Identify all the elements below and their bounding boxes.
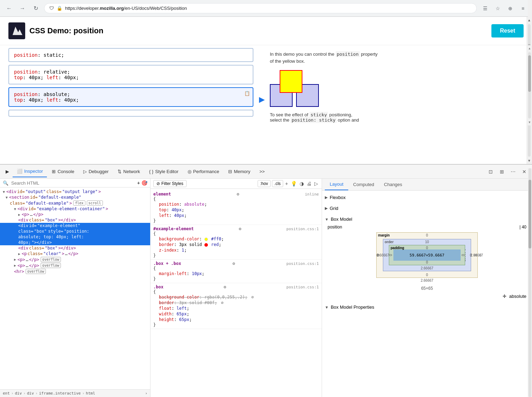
tab-performance[interactable]: ◎ Performance: [183, 166, 223, 177]
forward-button[interactable]: →: [18, 4, 27, 13]
tree-item-hr[interactable]: <hr> overflow: [0, 268, 150, 274]
html-search-input[interactable]: [11, 180, 134, 186]
tree-item-box1[interactable]: <div class="box"></div>: [0, 217, 150, 223]
tab-debugger[interactable]: ▷ Debugger: [79, 166, 113, 177]
devtools-right-actions: ⊡ ⊞ ⋯ ✕: [486, 167, 529, 177]
box-model-section-header[interactable]: ▼ Box Model: [325, 215, 529, 223]
tree-item-example-element-class[interactable]: class="box" style="position:: [0, 228, 150, 234]
tree-item-section[interactable]: ▼ <section id="default-example": [0, 194, 150, 200]
layout-content: ▶ Flexbox ▶ Grid ▼: [322, 191, 532, 397]
light-bulb-button[interactable]: 💡: [290, 180, 298, 187]
add-rule-button[interactable]: +: [285, 180, 289, 187]
flexbox-section-header[interactable]: ▶ Flexbox: [325, 193, 529, 201]
scroll-down-chevron[interactable]: ▼: [527, 157, 531, 164]
pocket-button[interactable]: ⊕: [505, 4, 515, 13]
content-size: 59.6667×59.6667: [410, 253, 444, 258]
pick-element-button[interactable]: 🎯: [141, 180, 147, 186]
tab-memory[interactable]: ⊟ Memory: [224, 166, 254, 177]
tree-item-p-clear[interactable]: ▶ <p class="clear"> … </p>: [0, 251, 150, 256]
scroll-up-chevron[interactable]: ▲: [527, 17, 531, 23]
hover-state-button[interactable]: :hov: [258, 180, 271, 187]
bc-item-div2[interactable]: div: [27, 391, 34, 396]
gear-icon[interactable]: ⚙: [232, 261, 235, 266]
dock-button[interactable]: ⊡: [486, 167, 496, 177]
bc-item-html[interactable]: html: [86, 391, 95, 396]
gear-icon[interactable]: ⚙: [237, 192, 239, 197]
copy-icon[interactable]: 📋: [244, 91, 250, 96]
demo-description-2: To see the effect of sticky positioning,: [270, 112, 382, 117]
more-tools-button[interactable]: >>: [255, 166, 269, 177]
tab-changes[interactable]: Changes: [379, 179, 407, 190]
code-box-relative[interactable]: position: relative; top: 40px; left: 40p…: [8, 65, 253, 84]
position-display: absolute: [509, 294, 526, 299]
menu-button[interactable]: ≡: [518, 4, 528, 13]
star-button[interactable]: ☆: [493, 4, 503, 13]
bc-item-ent[interactable]: ent: [3, 391, 10, 396]
code-box-absolute[interactable]: position: absolute; top: 40px; left: 40p…: [8, 87, 253, 107]
tree-item-example-element[interactable]: <div id="example-element": [0, 223, 150, 228]
layout-tabs: Layout Computed Changes: [322, 179, 532, 191]
margin-section-label: margin: [378, 233, 390, 237]
undock-button[interactable]: ⊞: [497, 167, 507, 177]
css-source: inline: [305, 192, 319, 197]
reset-button[interactable]: Reset: [491, 24, 524, 37]
layout-scroll-thumb: [528, 180, 531, 248]
size-display: 65×65: [325, 285, 529, 292]
filter-styles-button[interactable]: ⊘ Filter Styles: [153, 180, 187, 187]
reload-button[interactable]: ↻: [31, 4, 41, 13]
url-display: https://developer.mozilla.org/en-US/docs…: [65, 6, 187, 11]
gear-icon[interactable]: ⚙: [224, 285, 226, 289]
html-search-bar: 🔍 + 🎯: [0, 179, 150, 187]
bookmarks-button[interactable]: ☰: [480, 4, 490, 13]
filter-icon-bg[interactable]: ⊘: [251, 295, 254, 300]
overflow-badge: overflow: [41, 257, 61, 262]
css-prop-top: top: 40px;: [153, 207, 319, 213]
class-toggle-button[interactable]: .cls: [272, 180, 283, 187]
tab-console[interactable]: ⊞ Console: [48, 166, 78, 177]
mdn-logo: [8, 22, 25, 39]
bc-scroll-button[interactable]: ›: [145, 391, 147, 396]
tree-item-example-element-style2[interactable]: 40px;"></div>: [0, 240, 150, 245]
tree-item-container[interactable]: ▼ <div id="example-element-container">: [0, 206, 150, 212]
page-title: CSS Demo: position: [29, 26, 103, 35]
bc-item-div1[interactable]: div: [15, 391, 22, 396]
expand-arrow: ▶: [14, 258, 16, 261]
tree-item-section-class[interactable]: class="default-example"> flex scroll: [0, 200, 150, 206]
css-source: position.css:1: [286, 227, 319, 231]
tab-style-editor[interactable]: { } Style Editor: [145, 166, 183, 177]
padding-right-label: 0: [461, 254, 465, 256]
gear-icon[interactable]: ⚙: [239, 226, 241, 231]
filter-icon-border[interactable]: ⊘: [221, 300, 223, 305]
tree-item-example-element-style1[interactable]: absolute; top: 40px; left:: [0, 234, 150, 240]
tree-item-p-overflow2[interactable]: ▶ <p> … </p> overflow: [0, 262, 150, 268]
address-bar[interactable]: 🛡 🔒 https://developer.mozilla.org/en-US/…: [44, 3, 477, 13]
dark-mode-button[interactable]: ◑: [299, 180, 304, 187]
grid-section-header[interactable]: ▶ Grid: [325, 204, 529, 212]
css-prop-bg-color-strike: background-color: rgba(0,0,255,.2); ⊘: [153, 294, 319, 300]
tab-layout[interactable]: Layout: [325, 179, 348, 190]
tab-network[interactable]: ⇅ Network: [113, 166, 144, 177]
more-options-button[interactable]: ⋯: [508, 167, 518, 177]
box-model-props-header[interactable]: ▼ Box Model Properties: [325, 303, 529, 311]
css-selector: .box: [153, 285, 163, 289]
tree-item-box2[interactable]: <div class="box"></div>: [0, 245, 150, 251]
tree-item-p-overflow1[interactable]: ▶ <p> … </p> overflow: [0, 256, 150, 262]
tree-item-div-output[interactable]: ▼ <div id="output" class="output large">: [0, 189, 150, 194]
bc-item-iframe[interactable]: iframe.interactive: [39, 391, 81, 396]
add-element-button[interactable]: +: [137, 180, 140, 186]
padding-section-label: padding: [391, 246, 404, 250]
tab-computed[interactable]: Computed: [348, 179, 379, 190]
print-button[interactable]: 🖨: [306, 180, 312, 187]
devtools: ▶ ⬜ Inspector ⊞ Console ▷ Debugger ⇅ Net…: [0, 164, 532, 397]
scroll-down-arrow[interactable]: ▼: [528, 119, 531, 125]
code-box-static[interactable]: position: static;: [8, 48, 253, 62]
demo-visual: In this demo you can control the positio…: [270, 48, 524, 123]
tree-item-p1[interactable]: ▶ <p> … </p>: [0, 212, 150, 217]
cursor-tool-button[interactable]: ▶: [3, 167, 12, 176]
outer-bottom-val: 2.66667: [376, 278, 478, 283]
tab-inspector[interactable]: ⬜ Inspector: [13, 166, 47, 177]
scroll-up-arrow[interactable]: ▲: [528, 45, 531, 52]
pseudo-element-button[interactable]: ▷: [314, 180, 319, 187]
layout-section-flexbox: ▶ Flexbox: [325, 193, 529, 201]
back-button[interactable]: ←: [4, 4, 14, 13]
